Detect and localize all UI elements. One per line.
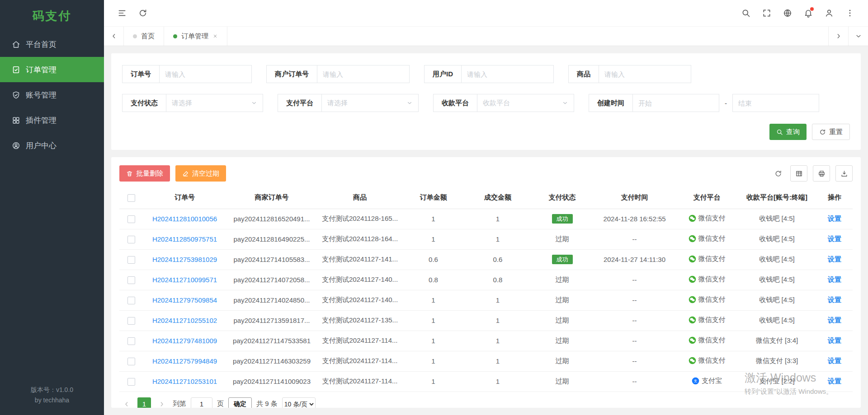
filter-end-date-input[interactable] bbox=[733, 99, 819, 107]
search-button[interactable] bbox=[737, 4, 755, 22]
close-icon[interactable] bbox=[212, 33, 218, 39]
merchant-order-no: pay202411271147533581 bbox=[226, 331, 317, 351]
page-size-select[interactable]: 10 条/页 bbox=[282, 397, 316, 408]
order-no-link[interactable]: H2024112850975751 bbox=[152, 235, 217, 243]
settings-link[interactable]: 设置 bbox=[828, 296, 841, 303]
wechat-icon bbox=[689, 214, 696, 222]
filter-receive-platform: 收款平台收款平台 bbox=[433, 94, 574, 112]
order-amount: 1 bbox=[403, 331, 464, 351]
sidebar-item-accounts[interactable]: 账号管理 bbox=[0, 82, 104, 107]
order-no-link[interactable]: H2024112710099571 bbox=[152, 276, 217, 284]
chevron-down-icon bbox=[251, 100, 257, 106]
chevron-down-icon bbox=[406, 100, 413, 106]
order-no-link[interactable]: H2024112753981029 bbox=[152, 256, 217, 263]
pay-platform: 微信支付 bbox=[689, 295, 726, 304]
order-no-link[interactable]: H2024112797509854 bbox=[152, 296, 217, 304]
row-checkbox[interactable] bbox=[127, 276, 135, 284]
user-button[interactable] bbox=[820, 4, 838, 22]
paid-amount: 1 bbox=[464, 290, 532, 310]
order-no-link[interactable]: H2024112710253101 bbox=[152, 378, 217, 385]
filter-receive-platform-select[interactable]: 收款平台 bbox=[477, 94, 574, 112]
settings-link[interactable]: 设置 bbox=[828, 255, 841, 263]
next-page-button[interactable] bbox=[156, 397, 168, 408]
filter-product-input[interactable] bbox=[599, 70, 691, 78]
order-no-link[interactable]: H2024112757994849 bbox=[152, 357, 217, 365]
settings-link[interactable]: 设置 bbox=[828, 357, 841, 364]
tabs-menu-button[interactable] bbox=[848, 27, 868, 46]
platform-label: 微信支付 bbox=[698, 356, 726, 365]
filter-pay-status-select[interactable]: 请选择 bbox=[166, 94, 263, 112]
sidebar-item-plugins[interactable]: 插件管理 bbox=[0, 107, 104, 133]
sidebar-item-home[interactable]: 平台首页 bbox=[0, 32, 104, 57]
row-checkbox[interactable] bbox=[127, 297, 135, 304]
order-no-link[interactable]: H2024112710255102 bbox=[152, 317, 217, 324]
settings-link[interactable]: 设置 bbox=[828, 316, 841, 324]
table-columns-button[interactable] bbox=[790, 165, 807, 182]
row-checkbox[interactable] bbox=[127, 317, 135, 325]
jump-page-input[interactable] bbox=[191, 397, 212, 408]
fullscreen-button[interactable] bbox=[758, 4, 776, 22]
prev-page-button[interactable] bbox=[120, 397, 133, 408]
date-range-separator: - bbox=[725, 94, 727, 112]
chevron-left-icon bbox=[110, 33, 118, 40]
filter-start-date-input[interactable] bbox=[633, 99, 719, 107]
wechat-icon bbox=[689, 296, 696, 303]
pay-time: 2024-11-27 14:11:30 bbox=[593, 249, 676, 270]
select-placeholder: 请选择 bbox=[172, 99, 192, 107]
tabs-scroll-right-button[interactable] bbox=[828, 27, 848, 46]
order-no-link[interactable]: H2024112810010056 bbox=[152, 215, 217, 223]
tab-home[interactable]: 首页 bbox=[124, 27, 164, 46]
settings-link[interactable]: 设置 bbox=[828, 377, 841, 385]
accounts-icon bbox=[12, 91, 20, 99]
sidebar-item-orders[interactable]: 订单管理 bbox=[0, 57, 104, 82]
notification-button[interactable] bbox=[799, 4, 817, 22]
filter-pay-platform-select[interactable]: 请选择 bbox=[321, 94, 419, 112]
settings-link[interactable]: 设置 bbox=[828, 275, 841, 283]
pay-platform: 微信支付 bbox=[689, 356, 726, 365]
settings-link[interactable]: 设置 bbox=[828, 214, 841, 222]
select-all-checkbox[interactable] bbox=[127, 194, 135, 202]
table-refresh-button[interactable] bbox=[771, 165, 785, 182]
tab-orders[interactable]: 订单管理 bbox=[164, 27, 227, 46]
sidebar-footer: 版本号：v1.0.0 by techhaha bbox=[0, 378, 104, 415]
language-button[interactable] bbox=[778, 4, 797, 22]
row-checkbox[interactable] bbox=[127, 337, 135, 345]
pay-time: -- bbox=[593, 310, 676, 331]
merchant-order-no: pay2024112816520491... bbox=[226, 209, 317, 229]
order-no-link[interactable]: H2024112797481009 bbox=[152, 337, 217, 345]
batch-delete-button[interactable]: 批量删除 bbox=[119, 165, 170, 182]
row-checkbox[interactable] bbox=[127, 256, 135, 264]
table-export-button[interactable] bbox=[835, 165, 853, 182]
refresh-button[interactable] bbox=[134, 4, 152, 22]
search-icon bbox=[776, 129, 783, 135]
row-checkbox[interactable] bbox=[127, 358, 135, 365]
column-header-3: 订单金额 bbox=[403, 187, 464, 209]
row-checkbox[interactable] bbox=[127, 378, 135, 386]
chevron-down-icon bbox=[855, 33, 862, 40]
clear-expired-button[interactable]: 清空过期 bbox=[175, 165, 226, 182]
tabs-scroll-left-button[interactable] bbox=[104, 27, 124, 46]
row-checkbox[interactable] bbox=[127, 215, 135, 223]
product-name: 支付测试20241127-114... bbox=[317, 371, 403, 392]
sidebar-item-user-center[interactable]: 用户中心 bbox=[0, 133, 104, 158]
more-button[interactable] bbox=[841, 4, 859, 22]
filter-user-id-input[interactable] bbox=[462, 70, 553, 78]
jump-confirm-button[interactable]: 确定 bbox=[228, 397, 252, 408]
table-print-button[interactable] bbox=[813, 165, 830, 182]
paid-amount: 1 bbox=[464, 351, 532, 371]
version-text: 版本号：v1.0.0 bbox=[0, 385, 104, 395]
filter-order-no-input[interactable] bbox=[160, 70, 251, 78]
table-row: H2024112710255102pay2024112713591817...支… bbox=[119, 310, 853, 331]
filter-start-date-field bbox=[632, 94, 719, 112]
settings-link[interactable]: 设置 bbox=[828, 336, 841, 344]
row-checkbox[interactable] bbox=[127, 236, 135, 243]
collapse-menu-button[interactable] bbox=[113, 4, 131, 22]
settings-link[interactable]: 设置 bbox=[828, 235, 841, 242]
filter-merchant-order-no-input[interactable] bbox=[317, 70, 409, 78]
filter-product-field bbox=[599, 65, 691, 83]
current-page[interactable]: 1 bbox=[137, 397, 151, 408]
reset-button[interactable]: 重置 bbox=[812, 124, 850, 140]
platform-label: 微信支付 bbox=[698, 295, 726, 304]
search-button[interactable]: 查询 bbox=[769, 124, 807, 140]
topbar-right bbox=[737, 4, 859, 22]
